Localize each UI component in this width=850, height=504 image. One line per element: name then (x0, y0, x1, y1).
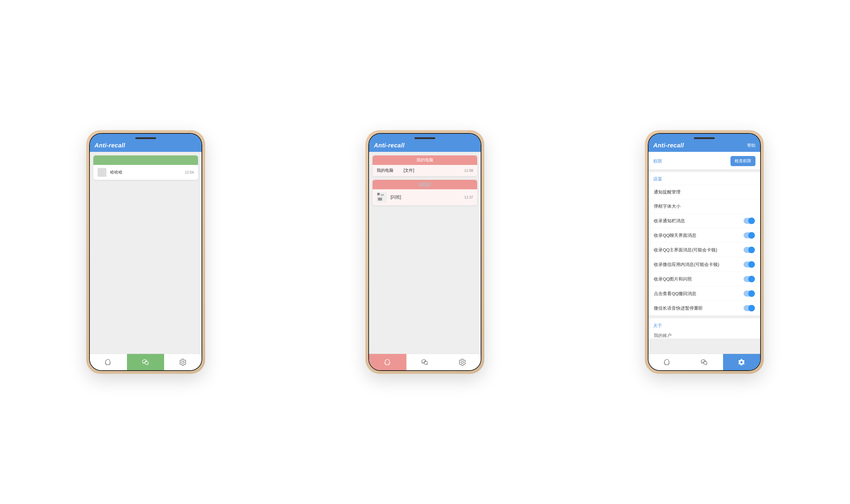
chat-card-header (373, 180, 477, 189)
chat-row[interactable]: [闪照] 11:37 (373, 189, 477, 205)
permissions-section: 权限 检查权限 (649, 152, 760, 169)
chat-row[interactable]: 我的电脑 [文件] 11:58 (373, 165, 477, 176)
nav-wechat[interactable] (406, 354, 444, 370)
settings-row-label: 点击查看QQ撤回消息 (654, 291, 696, 296)
about-label: 关于 (649, 320, 760, 330)
about-row[interactable]: 我的账户 (649, 330, 760, 339)
wechat-icon (142, 358, 149, 366)
phone-earpiece (694, 137, 715, 139)
chat-card[interactable]: [闪照] 11:37 (373, 180, 477, 205)
bottom-nav (649, 354, 760, 370)
settings-row[interactable]: 通知提醒管理 (649, 185, 760, 199)
settings-row[interactable]: 点击查看QQ撤回消息 (649, 286, 760, 301)
app-title: Anti-recall (653, 142, 684, 149)
phone-earpiece (135, 137, 156, 139)
settings-content[interactable]: 权限 检查权限 设置 通知提醒管理 弹框字体大小 收录通知栏消息 (649, 152, 760, 354)
avatar (377, 192, 387, 202)
settings-row-label: 收录微信应用内消息(可能会卡顿) (654, 262, 719, 268)
check-permissions-button[interactable]: 检查权限 (730, 156, 756, 166)
settings-row-label: 收录QQ图片和闪照 (654, 276, 692, 282)
qq-icon (663, 358, 671, 366)
app-header: Anti-recall (369, 134, 481, 152)
settings-row[interactable]: 收录QQ聊天界面消息 (649, 228, 760, 242)
phone-mockup-2: Anti-recall 我的电脑 我的电脑 [文件] 11:58 (366, 130, 484, 374)
wechat-icon (701, 358, 708, 366)
settings-section: 设置 通知提醒管理 弹框字体大小 收录通知栏消息 收录QQ聊天界面消息 (649, 172, 760, 315)
nav-qq[interactable] (369, 354, 406, 370)
about-section: 关于 我的账户 (649, 318, 760, 339)
help-button[interactable]: 帮助 (747, 143, 756, 148)
chat-sender: 我的电脑 (377, 168, 393, 173)
settings-row[interactable]: 微信长语音快进暂停重听 (649, 301, 760, 315)
app-title: Anti-recall (94, 142, 125, 149)
settings-row-label: 弹框字体大小 (654, 203, 680, 209)
toggle-switch[interactable] (744, 232, 755, 238)
qq-icon (104, 358, 112, 366)
nav-wechat[interactable] (127, 354, 164, 370)
chat-text: [文件] (404, 168, 414, 173)
nav-settings[interactable] (164, 354, 201, 370)
chat-time: 11:58 (464, 168, 473, 173)
toggle-switch[interactable] (744, 262, 755, 268)
phone-mockup-1: Anti-recall 哈哈哈 12:04 (86, 130, 205, 374)
settings-row[interactable]: 收录QQ主界面消息(可能会卡顿) (649, 242, 760, 257)
settings-row[interactable]: 收录QQ图片和闪照 (649, 272, 760, 286)
nav-qq[interactable] (90, 354, 127, 370)
settings-row[interactable]: 弹框字体大小 (649, 199, 760, 213)
chat-row[interactable]: 哈哈哈 12:04 (93, 165, 198, 180)
toggle-switch[interactable] (744, 276, 755, 282)
settings-row[interactable]: 收录通知栏消息 (649, 213, 760, 228)
settings-icon (179, 358, 187, 366)
bottom-nav (90, 354, 201, 370)
chat-card[interactable]: 哈哈哈 12:04 (93, 156, 198, 180)
chat-text: 哈哈哈 (110, 170, 123, 175)
chat-list[interactable]: 哈哈哈 12:04 (90, 152, 201, 354)
settings-icon (458, 358, 466, 366)
chat-list[interactable]: 我的电脑 我的电脑 [文件] 11:58 (369, 152, 481, 354)
chat-card-header: 我的电脑 (373, 156, 477, 165)
settings-icon (738, 358, 745, 366)
app-header: Anti-recall (90, 134, 201, 152)
nav-settings[interactable] (723, 354, 760, 370)
chat-text: [闪照] (390, 195, 401, 200)
wechat-icon (421, 358, 429, 366)
bottom-nav (369, 354, 481, 370)
chat-card-title: 我的电脑 (417, 158, 433, 163)
toggle-switch[interactable] (744, 291, 755, 296)
settings-row-label: 收录QQ聊天界面消息 (654, 233, 696, 238)
toggle-switch[interactable] (744, 218, 755, 224)
avatar (98, 168, 106, 177)
chat-card-header (93, 156, 198, 165)
settings-row-label: 收录通知栏消息 (654, 218, 685, 224)
settings-row[interactable]: 收录微信应用内消息(可能会卡顿) (649, 257, 760, 272)
settings-label: 设置 (653, 176, 662, 182)
phone-mockup-3: Anti-recall 帮助 权限 检查权限 设置 通知提醒管理 (645, 130, 764, 374)
qq-icon (384, 358, 392, 366)
nav-qq[interactable] (649, 354, 686, 370)
permissions-label: 权限 (653, 158, 662, 164)
chat-card[interactable]: 我的电脑 我的电脑 [文件] 11:58 (373, 156, 477, 176)
app-header: Anti-recall 帮助 (649, 134, 760, 152)
settings-row-label: 收录QQ主界面消息(可能会卡顿) (654, 247, 717, 253)
nav-settings[interactable] (444, 354, 481, 370)
settings-row-label: 微信长语音快进暂停重听 (654, 306, 703, 311)
chat-time: 12:04 (185, 170, 194, 175)
app-title: Anti-recall (374, 142, 404, 149)
toggle-switch[interactable] (744, 305, 755, 311)
toggle-switch[interactable] (744, 247, 755, 253)
nav-wechat[interactable] (686, 354, 723, 370)
chat-time: 11:37 (464, 195, 473, 199)
phone-earpiece (414, 137, 435, 139)
settings-row-label: 通知提醒管理 (654, 189, 680, 195)
